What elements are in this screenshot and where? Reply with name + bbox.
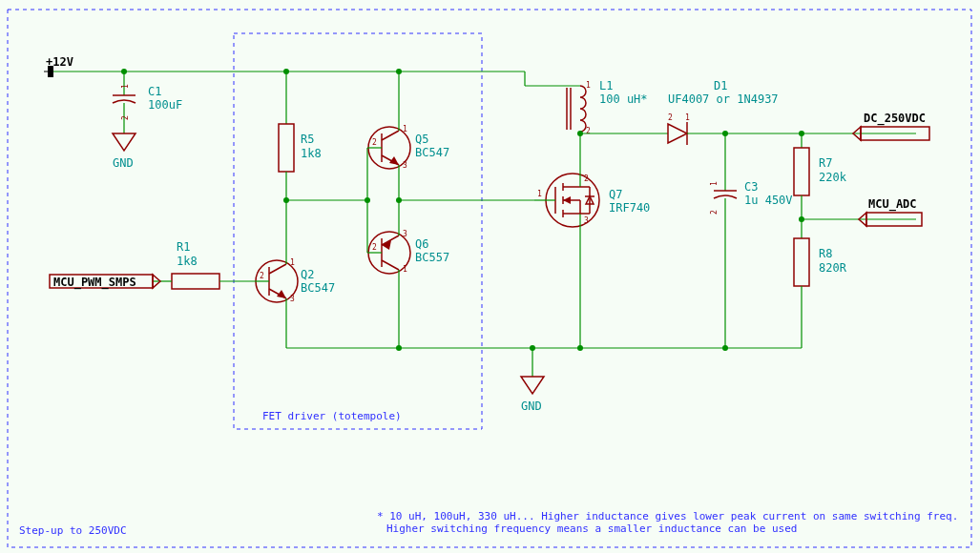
svg-text:C1: C1 [148, 85, 161, 98]
component-q6: 2 3 1 Q6 BC557 [367, 200, 449, 348]
svg-text:BC557: BC557 [415, 251, 449, 264]
fet-driver-box [234, 33, 482, 429]
svg-line-21 [269, 264, 286, 274]
component-l1: 1 2 L1 100 uH* [525, 79, 648, 135]
sheet-title: Step-up to 250VDC [19, 524, 127, 537]
svg-text:3: 3 [403, 161, 407, 170]
svg-point-43 [365, 197, 370, 203]
svg-text:3: 3 [403, 230, 407, 238]
svg-text:2: 2 [260, 272, 264, 280]
component-q2: 2 1 3 Q2 BC547 [256, 200, 335, 348]
component-c3: 1 2 C3 1u 450V [710, 133, 793, 348]
component-c1: 1 2 C1 100uF [113, 72, 182, 124]
svg-text:1: 1 [403, 125, 407, 133]
svg-rect-14 [279, 124, 294, 172]
svg-text:100uF: 100uF [148, 98, 182, 112]
svg-text:1: 1 [290, 258, 295, 267]
svg-text:2: 2 [121, 115, 130, 120]
svg-text:1: 1 [685, 113, 690, 122]
component-r5: R5 1k8 [279, 72, 322, 200]
svg-text:1: 1 [403, 265, 407, 274]
schematic-canvas: +12V 1 2 C1 100uF GND R5 1k8 2 1 3 Q2 BC… [0, 0, 980, 553]
svg-line-46 [382, 131, 399, 140]
svg-text:1u 450V: 1u 450V [744, 194, 793, 207]
svg-text:GND: GND [521, 399, 542, 413]
svg-text:GND: GND [113, 156, 134, 170]
svg-marker-106 [668, 124, 687, 143]
svg-point-10 [121, 69, 127, 74]
component-q5: 2 1 3 Q5 BC547 [367, 72, 449, 200]
svg-text:3: 3 [584, 216, 589, 225]
svg-text:1: 1 [537, 190, 542, 198]
net-adc: MCU_ADC [859, 197, 922, 226]
svg-rect-126 [794, 148, 809, 195]
svg-text:MCU_ADC: MCU_ADC [868, 197, 917, 212]
svg-point-143 [577, 345, 583, 351]
component-q7: 1 2 3 Q7 IRF740 [534, 133, 650, 348]
svg-text:2: 2 [584, 174, 589, 183]
svg-text:DC_250VDC: DC_250VDC [864, 112, 926, 126]
svg-text:R1: R1 [177, 240, 190, 254]
svg-point-57 [396, 69, 402, 74]
svg-text:2: 2 [586, 127, 591, 135]
note-line2: Higher switching frequency means a small… [386, 522, 797, 535]
svg-line-61 [382, 260, 399, 270]
svg-rect-136 [794, 238, 809, 286]
svg-point-144 [722, 345, 728, 351]
svg-text:220k: 220k [819, 171, 847, 184]
svg-marker-84 [563, 196, 571, 204]
svg-text:R7: R7 [819, 156, 832, 170]
svg-text:3: 3 [290, 295, 295, 303]
svg-point-105 [577, 131, 583, 136]
note-line1: * 10 uH, 100uH, 330 uH... Higher inducta… [377, 510, 958, 522]
svg-text:2: 2 [372, 243, 377, 252]
component-d1: 2 1 D1 UF4007 or 1N4937 [668, 79, 802, 145]
gnd-c1: GND [113, 124, 136, 170]
svg-text:BC547: BC547 [301, 281, 335, 295]
svg-text:C3: C3 [744, 180, 758, 194]
svg-text:D1: D1 [714, 79, 727, 92]
svg-text:R5: R5 [301, 133, 314, 146]
svg-text:Q6: Q6 [415, 237, 428, 251]
svg-text:Q5: Q5 [415, 133, 428, 146]
svg-text:820R: 820R [819, 261, 847, 275]
svg-text:R8: R8 [819, 247, 832, 260]
svg-text:2: 2 [372, 138, 377, 147]
svg-text:100 uH*: 100 uH* [599, 92, 648, 106]
fet-driver-label: FET driver (totempole) [262, 410, 402, 422]
net-vin: +12V [46, 55, 73, 69]
component-r8: R8 820R [794, 219, 847, 348]
svg-text:2: 2 [668, 113, 673, 122]
gnd-main: GND [521, 348, 544, 413]
svg-text:2: 2 [710, 210, 719, 215]
svg-point-18 [283, 69, 289, 74]
svg-text:MCU_PWM_SMPS: MCU_PWM_SMPS [53, 276, 136, 290]
svg-text:BC547: BC547 [415, 146, 449, 159]
svg-text:Q2: Q2 [301, 268, 314, 281]
svg-point-72 [396, 197, 402, 203]
net-pwm: MCU_PWM_SMPS [50, 275, 160, 290]
svg-text:1k8: 1k8 [177, 255, 198, 268]
svg-text:1: 1 [710, 181, 719, 186]
svg-point-42 [283, 197, 289, 203]
svg-text:L1: L1 [599, 79, 613, 92]
component-r7: R7 220k [794, 133, 847, 219]
svg-text:UF4007 or 1N4937: UF4007 or 1N4937 [668, 92, 779, 106]
net-out: DC_250VDC [853, 112, 929, 140]
component-r1: R1 1k8 [153, 240, 256, 289]
svg-text:1: 1 [586, 81, 591, 90]
svg-point-141 [396, 345, 402, 351]
svg-text:1: 1 [121, 84, 130, 89]
svg-text:1k8: 1k8 [301, 147, 322, 160]
svg-rect-32 [172, 274, 219, 289]
svg-text:Q7: Q7 [609, 188, 622, 201]
svg-text:IRF740: IRF740 [609, 201, 650, 215]
